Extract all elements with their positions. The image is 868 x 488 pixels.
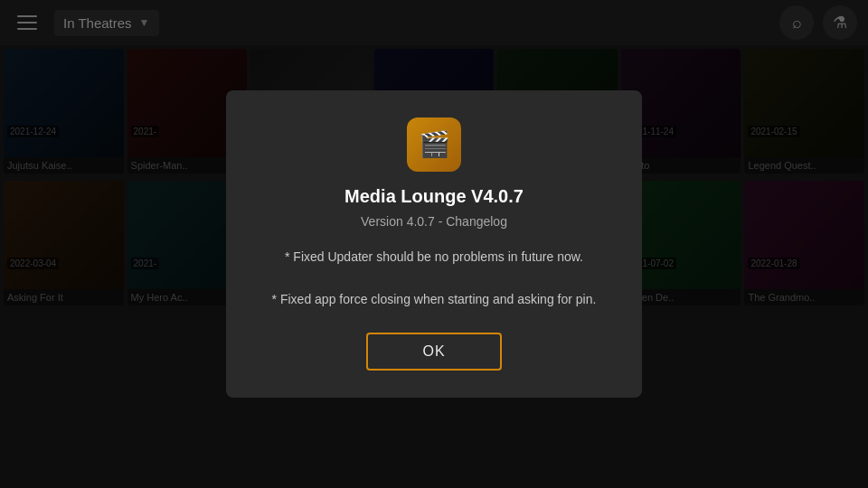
app-icon: 🎬 — [407, 117, 461, 172]
modal-title: Media Lounge V4.0.7 — [344, 186, 524, 207]
modal-body: * Fixed Updater should be no problems in… — [272, 247, 597, 311]
modal-overlay: 🎬 Media Lounge V4.0.7 Version 4.0.7 - Ch… — [0, 0, 868, 488]
changelog-modal: 🎬 Media Lounge V4.0.7 Version 4.0.7 - Ch… — [226, 90, 642, 398]
app-icon-label: 🎬 — [419, 129, 450, 159]
ok-button[interactable]: OK — [366, 333, 501, 371]
changelog-line1: * Fixed Updater should be no problems in… — [285, 249, 583, 264]
changelog-line2: * Fixed app force closing when starting … — [272, 292, 597, 306]
modal-subtitle: Version 4.0.7 - Changelog — [361, 214, 507, 229]
